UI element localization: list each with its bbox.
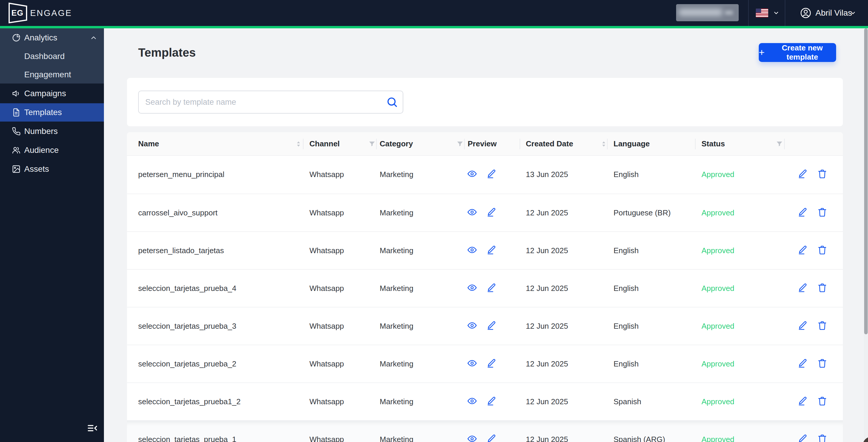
sidebar-item-campaigns[interactable]: Campaigns [0, 84, 104, 103]
org-selector-redacted[interactable] [676, 4, 739, 21]
table-row: seleccion_tarjetas_prueba_4 Whatsapp Mar… [127, 269, 843, 307]
category-cell: Marketing [380, 156, 413, 193]
delete-button[interactable] [817, 169, 829, 180]
status-badge: Approved [702, 383, 734, 420]
status-badge: Approved [702, 232, 734, 269]
sidebar-item-label: Audience [24, 145, 59, 155]
status-badge: Approved [702, 421, 734, 442]
chevron-down-icon [850, 10, 856, 16]
edit-button[interactable] [798, 207, 810, 219]
sidebar-item-analytics[interactable]: Analytics [0, 29, 104, 47]
preview-edit-button[interactable] [487, 283, 498, 295]
language-cell: Spanish (ARG) [614, 421, 665, 442]
sidebar-item-numbers[interactable]: Numbers [0, 122, 104, 140]
preview-eye-button[interactable] [467, 245, 479, 257]
delete-button[interactable] [817, 434, 829, 442]
search-icon[interactable] [385, 96, 399, 109]
delete-button[interactable] [817, 358, 829, 370]
preview-edit-button[interactable] [487, 245, 498, 257]
scrollbar-track [864, 28, 868, 442]
channel-cell: Whatsapp [309, 307, 344, 345]
sidebar-item-assets[interactable]: Assets [0, 160, 104, 178]
filter-icon[interactable] [456, 140, 465, 149]
sidebar-item-templates[interactable]: Templates [0, 103, 104, 122]
templates-table: Name Channel Category Preview Created Da… [127, 132, 843, 442]
column-header-channel[interactable]: Channel [309, 132, 340, 155]
edit-button[interactable] [798, 169, 810, 180]
preview-eye-button[interactable] [467, 320, 479, 332]
preview-edit-button[interactable] [487, 320, 498, 332]
preview-edit-button[interactable] [487, 169, 498, 180]
preview-eye-button[interactable] [467, 396, 479, 408]
template-name: seleccion_tarjetas_prueba_3 [138, 307, 236, 345]
delete-button[interactable] [817, 396, 829, 408]
user-avatar-icon [800, 7, 811, 19]
edit-button[interactable] [798, 396, 810, 408]
channel-cell: Whatsapp [309, 194, 344, 231]
sidebar-collapse-button[interactable] [86, 422, 99, 434]
filter-icon[interactable] [368, 140, 377, 149]
edit-button[interactable] [798, 320, 810, 332]
edit-button[interactable] [798, 245, 810, 257]
sidebar-item-engagement[interactable]: Engagement [0, 66, 104, 84]
template-name: seleccion_tarjetas_prueba_1 [138, 421, 236, 442]
column-header-created-date[interactable]: Created Date [526, 132, 573, 155]
scrollbar-thumb[interactable] [864, 28, 868, 334]
table-body: petersen_menu_principal Whatsapp Marketi… [127, 156, 843, 442]
search-input[interactable] [138, 91, 403, 113]
phone-icon [12, 127, 21, 136]
template-name: seleccion_tarjetas_prueba1_2 [138, 383, 241, 420]
file-text-icon [12, 108, 21, 117]
column-header-status[interactable]: Status [702, 132, 725, 155]
preview-edit-button[interactable] [487, 358, 498, 370]
status-badge: Approved [702, 156, 734, 193]
preview-edit-button[interactable] [487, 434, 498, 442]
delete-button[interactable] [817, 245, 829, 257]
preview-eye-button[interactable] [467, 283, 479, 295]
category-cell: Marketing [380, 307, 413, 345]
preview-eye-button[interactable] [467, 434, 479, 442]
preview-eye-button[interactable] [467, 207, 479, 219]
language-cell: Spanish [614, 383, 641, 420]
status-badge: Approved [702, 345, 734, 382]
preview-eye-button[interactable] [467, 358, 479, 370]
sidebar-item-dashboard[interactable]: Dashboard [0, 47, 104, 66]
channel-cell: Whatsapp [309, 383, 344, 420]
preview-eye-button[interactable] [467, 169, 479, 180]
header-divider [695, 139, 695, 149]
column-header-name[interactable]: Name [138, 132, 159, 155]
table-row: seleccion_tarjetas_prueba_3 Whatsapp Mar… [127, 307, 843, 345]
preview-edit-button[interactable] [487, 207, 498, 219]
column-header-category[interactable]: Category [380, 132, 413, 155]
users-icon [12, 146, 21, 155]
category-cell: Marketing [380, 232, 413, 269]
delete-button[interactable] [817, 283, 829, 295]
page-title: Templates [138, 46, 196, 59]
table-row: carrossel_aivo_support Whatsapp Marketin… [127, 194, 843, 231]
pie-chart-icon [12, 33, 21, 42]
edit-button[interactable] [798, 434, 810, 442]
redacted-chevron-blur [725, 11, 733, 15]
template-name: carrossel_aivo_support [138, 194, 218, 231]
delete-button[interactable] [817, 320, 829, 332]
sort-icon[interactable] [294, 140, 303, 148]
channel-cell: Whatsapp [309, 156, 344, 193]
edit-button[interactable] [798, 358, 810, 370]
created-date-cell: 12 Jun 2025 [526, 232, 568, 269]
redacted-text-blur [678, 9, 723, 16]
delete-button[interactable] [817, 207, 829, 219]
create-new-template-button[interactable]: + Create new template [759, 43, 836, 62]
header-divider [784, 139, 785, 149]
sidebar-item-audience[interactable]: Audience [0, 141, 104, 159]
preview-edit-button[interactable] [487, 396, 498, 408]
template-name: seleccion_tarjetas_prueba_2 [138, 345, 236, 382]
category-cell: Marketing [380, 345, 413, 382]
chevron-up-icon [90, 34, 97, 42]
channel-cell: Whatsapp [309, 421, 344, 442]
language-cell: English [614, 232, 639, 269]
category-cell: Marketing [380, 421, 413, 442]
filter-icon[interactable] [775, 140, 784, 149]
edit-button[interactable] [798, 283, 810, 295]
created-date-cell: 12 Jun 2025 [526, 421, 568, 442]
channel-cell: Whatsapp [309, 345, 344, 382]
